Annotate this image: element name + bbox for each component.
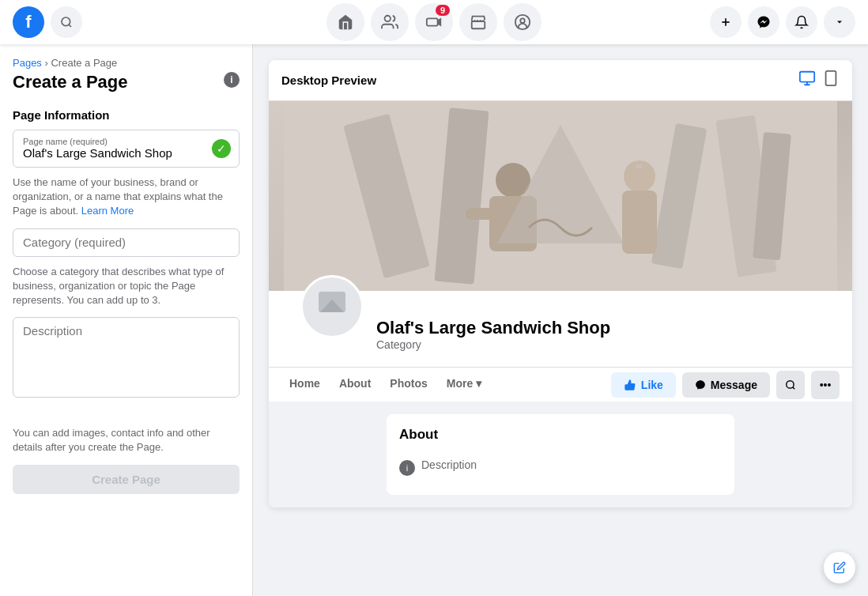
- svg-rect-25: [622, 190, 657, 254]
- search-button[interactable]: [51, 6, 82, 38]
- like-button[interactable]: Like: [611, 372, 676, 398]
- page-name-help: Use the name of your business, brand or …: [13, 175, 240, 219]
- learn-more-link[interactable]: Learn More: [81, 205, 134, 217]
- bottom-help-text: You can add images, contact info and oth…: [13, 413, 240, 455]
- content-area: About i Description: [269, 402, 852, 507]
- home-nav-button[interactable]: [326, 3, 364, 41]
- messenger-button[interactable]: [748, 6, 779, 38]
- sidebar: Pages › Create a Page Create a Page i Pa…: [0, 44, 253, 596]
- category-help: Choose a category that describes what ty…: [13, 265, 240, 308]
- message-button-label: Message: [711, 379, 757, 391]
- page-info: Olaf's Large Sandwich Shop Category: [376, 318, 610, 354]
- preview-area: Desktop Preview: [253, 44, 868, 596]
- preview-toggle: [798, 70, 840, 91]
- nav-link-more[interactable]: More ▾: [439, 368, 489, 402]
- preview-page-name: Olaf's Large Sandwich Shop: [376, 318, 610, 338]
- svg-rect-3: [427, 18, 438, 25]
- page-search-button[interactable]: [776, 371, 805, 399]
- field-valid-icon: ✓: [212, 139, 231, 158]
- create-page-button[interactable]: Create Page: [13, 465, 240, 494]
- profile-avatar: [300, 275, 364, 338]
- account-dropdown-button[interactable]: [824, 6, 855, 38]
- description-text: Description: [421, 458, 477, 471]
- page-title: Create a Page: [13, 72, 128, 92]
- like-button-label: Like: [641, 379, 663, 391]
- svg-rect-10: [800, 72, 814, 82]
- nav-link-about[interactable]: About: [331, 368, 379, 402]
- nav-link-home[interactable]: Home: [281, 368, 328, 402]
- video-nav-button[interactable]: 9: [415, 3, 453, 41]
- message-button[interactable]: Message: [682, 372, 770, 398]
- top-navigation: f 9: [0, 0, 868, 44]
- section-title: Page Information: [13, 108, 240, 122]
- cover-photo: [269, 101, 852, 291]
- notifications-button[interactable]: [786, 6, 817, 38]
- category-field[interactable]: [13, 228, 240, 257]
- nav-link-photos[interactable]: Photos: [382, 368, 435, 402]
- page-name-label: Page name (required): [23, 137, 229, 146]
- svg-line-31: [793, 387, 795, 389]
- create-button[interactable]: [710, 6, 742, 38]
- page-name-field: Page name (required) ✓: [13, 130, 240, 168]
- page-name-input[interactable]: [23, 146, 229, 160]
- floating-edit-button[interactable]: [824, 552, 855, 583]
- marketplace-nav-button[interactable]: [459, 3, 497, 41]
- description-field[interactable]: [13, 317, 240, 398]
- page-nav-actions: Like Message •••: [611, 371, 840, 399]
- info-icon[interactable]: i: [224, 72, 240, 88]
- svg-rect-26: [636, 164, 642, 168]
- notification-badge: 9: [436, 5, 450, 16]
- about-card: About i Description: [387, 414, 734, 495]
- facebook-logo[interactable]: f: [13, 6, 44, 38]
- svg-point-2: [385, 16, 391, 21]
- svg-point-7: [520, 18, 525, 23]
- desktop-toggle-button[interactable]: [798, 70, 816, 91]
- preview-category: Category: [376, 338, 610, 351]
- about-section-title: About: [399, 427, 722, 443]
- breadcrumb: Pages › Create a Page: [13, 57, 240, 69]
- svg-line-1: [69, 25, 71, 27]
- page-nav-links: Home About Photos More ▾: [281, 368, 489, 402]
- preview-title: Desktop Preview: [281, 74, 376, 87]
- description-item: i Description: [399, 452, 722, 482]
- svg-rect-5: [472, 21, 485, 28]
- friends-nav-button[interactable]: [371, 3, 409, 41]
- preview-card: Desktop Preview: [269, 60, 852, 507]
- category-input[interactable]: [23, 236, 229, 249]
- groups-nav-button[interactable]: [504, 3, 542, 41]
- mobile-toggle-button[interactable]: [822, 70, 840, 91]
- info-item-icon: i: [399, 460, 415, 476]
- svg-point-0: [62, 17, 70, 26]
- svg-rect-23: [466, 208, 497, 220]
- svg-point-30: [787, 380, 794, 387]
- profile-section: Olaf's Large Sandwich Shop Category: [269, 291, 852, 367]
- page-nav-bar: Home About Photos More ▾ Like Message: [269, 367, 852, 402]
- breadcrumb-pages-link[interactable]: Pages: [13, 57, 42, 69]
- description-input[interactable]: [23, 324, 229, 387]
- page-more-button[interactable]: •••: [811, 371, 840, 399]
- preview-header: Desktop Preview: [269, 60, 852, 101]
